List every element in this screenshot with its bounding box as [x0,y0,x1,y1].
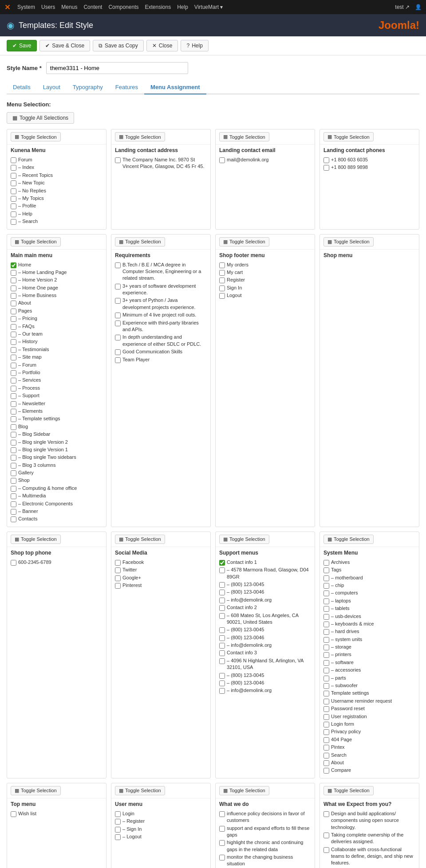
checkbox-main-menu-15[interactable] [11,378,16,383]
checkbox-system-menu-10[interactable] [323,637,329,643]
checkbox-main-menu-29[interactable] [11,486,16,492]
test-link[interactable]: test ↗ [395,4,410,10]
checkbox-main-menu-33[interactable] [11,516,16,522]
toggle-selection-button-kunena[interactable]: ▦ Toggle Selection [11,132,61,141]
checkbox-system-menu-25[interactable] [323,753,329,759]
checkbox-main-menu-28[interactable] [11,478,16,484]
checkbox-requirements-7[interactable] [115,357,121,363]
toggle-selection-button-shop-footer[interactable]: ▦ Toggle Selection [219,237,269,246]
nav-components[interactable]: Components [108,4,138,10]
checkbox-kunena-8[interactable] [11,219,16,225]
tab-features[interactable]: Features [109,81,144,94]
checkbox-kunena-5[interactable] [11,196,16,202]
toggle-selection-button-top-menu[interactable]: ▦ Toggle Selection [11,786,61,795]
checkbox-shop-footer-3[interactable] [219,285,225,291]
checkbox-main-menu-14[interactable] [11,370,16,376]
checkbox-main-menu-9[interactable] [11,332,16,337]
checkbox-main-menu-11[interactable] [11,347,16,353]
checkbox-main-menu-1[interactable] [11,270,16,276]
checkbox-user-menu-0[interactable] [115,811,121,817]
toggle-selection-button-landing-contact-email[interactable]: ▦ Toggle Selection [219,132,269,141]
save-button[interactable]: ✔ Save [7,40,37,51]
tab-layout[interactable]: Layout [37,81,67,94]
checkbox-system-menu-21[interactable] [323,722,329,727]
checkbox-landing-contact-email-0[interactable] [219,157,225,163]
toggle-selection-button-support-menus[interactable]: ▦ Toggle Selection [219,535,269,544]
checkbox-main-menu-8[interactable] [11,324,16,330]
nav-virtuemart[interactable]: VirtueMart ▾ [194,4,223,10]
checkbox-main-menu-32[interactable] [11,509,16,515]
help-button[interactable]: ? Help [181,40,208,51]
checkbox-main-menu-2[interactable] [11,278,16,283]
checkbox-main-menu-25[interactable] [11,455,16,461]
checkbox-main-menu-22[interactable] [11,432,16,438]
checkbox-what-we-do-3[interactable] [219,855,225,860]
checkbox-social-media-0[interactable] [115,560,121,566]
checkbox-kunena-3[interactable] [11,180,16,186]
checkbox-kunena-6[interactable] [11,203,16,209]
nav-extensions[interactable]: Extensions [145,4,171,10]
checkbox-system-menu-2[interactable] [323,575,329,581]
checkbox-requirements-0[interactable] [115,262,121,268]
checkbox-main-menu-0[interactable] [11,262,16,268]
nav-menus[interactable]: Menus [61,4,77,10]
checkbox-what-we-do-0[interactable] [219,811,225,817]
checkbox-requirements-6[interactable] [115,349,121,355]
checkbox-landing-contact-phones-0[interactable] [323,157,329,163]
checkbox-system-menu-4[interactable] [323,590,329,596]
tab-typography[interactable]: Typography [67,81,109,94]
toggle-selection-button-requirements[interactable]: ▦ Toggle Selection [115,237,165,246]
checkbox-main-menu-20[interactable] [11,416,16,422]
tab-details[interactable]: Details [7,81,37,94]
checkbox-support-menus-4[interactable] [219,598,225,603]
checkbox-shop-top-phone-0[interactable] [11,560,16,566]
checkbox-system-menu-5[interactable] [323,598,329,604]
checkbox-system-menu-23[interactable] [323,737,329,743]
nav-system[interactable]: System [17,4,35,10]
checkbox-kunena-1[interactable] [11,165,16,171]
nav-content[interactable]: Content [83,4,102,10]
checkbox-kunena-7[interactable] [11,211,16,217]
checkbox-system-menu-26[interactable] [323,760,329,766]
checkbox-system-menu-3[interactable] [323,583,329,589]
nav-users[interactable]: Users [41,4,55,10]
checkbox-main-menu-23[interactable] [11,440,16,446]
checkbox-system-menu-11[interactable] [323,645,329,650]
checkbox-system-menu-24[interactable] [323,745,329,751]
checkbox-social-media-1[interactable] [115,567,121,573]
checkbox-system-menu-27[interactable] [323,768,329,774]
checkbox-requirements-3[interactable] [115,313,121,318]
checkbox-shop-footer-2[interactable] [219,278,225,283]
checkbox-system-menu-8[interactable] [323,622,329,627]
checkbox-main-menu-17[interactable] [11,393,16,399]
checkbox-kunena-2[interactable] [11,173,16,179]
checkbox-main-menu-24[interactable] [11,447,16,453]
checkbox-support-menus-7[interactable] [219,627,225,633]
style-name-input[interactable] [46,62,188,74]
checkbox-support-menus-14[interactable] [219,688,225,694]
checkbox-main-menu-19[interactable] [11,409,16,414]
checkbox-support-menus-3[interactable] [219,590,225,595]
checkbox-system-menu-0[interactable] [323,560,329,566]
checkbox-system-menu-22[interactable] [323,729,329,735]
checkbox-what-we-do-1[interactable] [219,826,225,832]
checkbox-support-menus-8[interactable] [219,635,225,641]
toggle-selection-button-shop-menu[interactable]: ▦ Toggle Selection [323,237,374,246]
checkbox-support-menus-10[interactable] [219,650,225,656]
checkbox-system-menu-6[interactable] [323,606,329,612]
toggle-selection-button-shop-top-phone[interactable]: ▦ Toggle Selection [11,535,61,544]
checkbox-main-menu-7[interactable] [11,316,16,322]
checkbox-support-menus-13[interactable] [219,680,225,686]
checkbox-shop-footer-0[interactable] [219,262,225,268]
checkbox-landing-contact-address-0[interactable] [115,157,121,163]
checkbox-system-menu-7[interactable] [323,614,329,620]
tab-menu-assignment[interactable]: Menu Assignment [144,81,206,94]
checkbox-system-menu-9[interactable] [323,629,329,635]
checkbox-main-menu-30[interactable] [11,493,16,499]
checkbox-main-menu-10[interactable] [11,339,16,345]
checkbox-system-menu-14[interactable] [323,668,329,673]
checkbox-main-menu-21[interactable] [11,424,16,430]
checkbox-main-menu-18[interactable] [11,401,16,407]
checkbox-user-menu-1[interactable] [115,819,121,825]
checkbox-system-menu-16[interactable] [323,683,329,689]
